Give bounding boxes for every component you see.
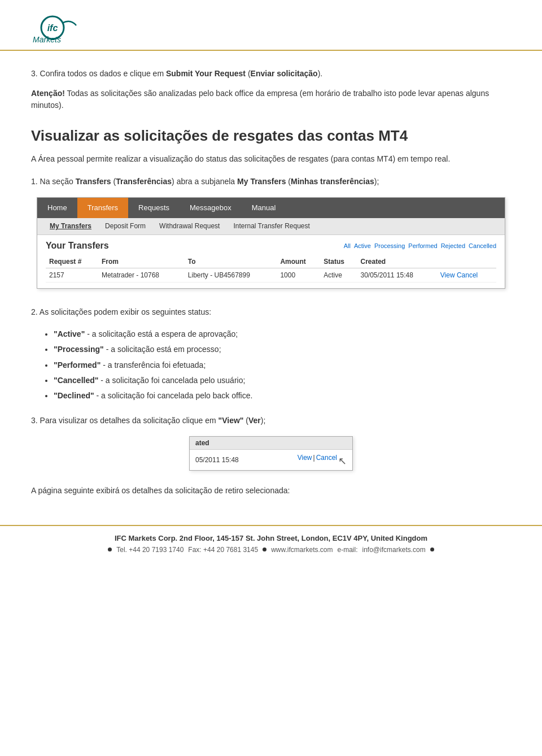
step3-num: 3. xyxy=(31,69,38,78)
step3-mid: ( xyxy=(246,69,251,78)
zoomed-actions: View | Cancel ↖ xyxy=(298,454,347,466)
footer-email: info@ifcmarkets.com xyxy=(362,546,426,554)
dot2 xyxy=(263,548,266,551)
footer-email-label: e-mail: xyxy=(338,546,358,554)
cell-status: Active xyxy=(320,268,357,282)
col-status: Status xyxy=(320,255,357,268)
sub-nav-withdrawal-request[interactable]: Withdrawal Request xyxy=(152,218,226,234)
sub-nav-internal-transfer[interactable]: Internal Transfer Request xyxy=(226,218,316,234)
step3b-num: 3. xyxy=(31,416,38,425)
status-list: "Active" - a solicitação está a espera d… xyxy=(31,327,511,403)
sub-nav: My Transfers Deposit Form Withdrawal Req… xyxy=(37,218,505,235)
step3-end: ). xyxy=(318,69,323,78)
footer-tel: Tel. +44 20 7193 1740 xyxy=(116,546,183,554)
filter-rejected[interactable]: Rejected xyxy=(441,242,465,249)
your-transfers-header: Your Transfers All Active Processing Per… xyxy=(46,241,496,251)
nav-requests[interactable]: Requests xyxy=(128,198,180,218)
filter-all[interactable]: All xyxy=(344,242,351,249)
final-note: A página seguinte exibirá os detalhes da… xyxy=(31,484,511,497)
cell-to: Liberty - UB4567899 xyxy=(185,268,277,282)
action-cancel[interactable]: Cancel xyxy=(457,271,478,279)
step2-num: 2. xyxy=(31,307,38,316)
zoomed-date: 05/2011 15:48 xyxy=(195,456,239,464)
step3b-bold1: "View" xyxy=(218,416,244,425)
status-list-section: 2. As solicitações podem exibir os segui… xyxy=(31,306,511,403)
col-actions xyxy=(437,255,496,268)
nav-manual[interactable]: Manual xyxy=(242,198,286,218)
cell-from: Metatrader - 10768 xyxy=(98,268,185,282)
transfers-table: Request # From To Amount Status Created … xyxy=(46,255,496,283)
step2-text: As solicitações podem exibir os seguinte… xyxy=(40,307,211,316)
header: ifc Markets xyxy=(0,0,542,51)
footer-fax: Fax: +44 20 7681 3145 xyxy=(188,546,258,554)
attention-block: Atenção! Todas as solicitações são anali… xyxy=(31,88,511,111)
cell-request: 2157 xyxy=(46,268,98,282)
step3-bold2: Enviar solicitação xyxy=(251,69,318,78)
col-to: To xyxy=(185,255,277,268)
nav-messagebox[interactable]: Messagebox xyxy=(180,198,242,218)
footer-corp-bold: IFC Markets Corp. 2nd Floor, 145-157 St.… xyxy=(115,534,427,542)
zoomed-view-link[interactable]: View xyxy=(298,454,312,466)
filter-active[interactable]: Active xyxy=(354,242,371,249)
dot3 xyxy=(430,548,434,551)
filter-links: All Active Processing Performed Rejected… xyxy=(344,242,496,249)
footer-contact: Tel. +44 20 7193 1740 Fax: +44 20 7681 3… xyxy=(31,546,511,554)
cell-amount: 1000 xyxy=(277,268,320,282)
col-request: Request # xyxy=(46,255,98,268)
table-area: Your Transfers All Active Processing Per… xyxy=(37,235,505,288)
svg-text:Markets: Markets xyxy=(33,35,61,44)
svg-text:ifc: ifc xyxy=(47,23,58,33)
step3-bold1: Submit Your Request xyxy=(166,69,246,78)
list-item-active: "Active" - a solicitação está a espera d… xyxy=(54,327,511,341)
step3b: 3. Para visulizar os detalhes da solicit… xyxy=(31,414,511,427)
logo-svg: ifc Markets xyxy=(31,13,104,47)
sub-nav-my-transfers[interactable]: My Transfers xyxy=(43,218,98,234)
your-transfers-title: Your Transfers xyxy=(46,241,109,251)
ui-panel: Home Transfers Requests Messagebox Manua… xyxy=(37,197,505,289)
zoomed-panel: ated 05/2011 15:48 View | Cancel ↖ xyxy=(189,436,353,471)
cursor-icon: ↖ xyxy=(338,455,347,467)
col-amount: Amount xyxy=(277,255,320,268)
step3b-text: Para visulizar os detalhes da solicitaçã… xyxy=(40,416,218,425)
section-heading: Visualizar as solicitações de resgates d… xyxy=(31,127,511,145)
list-item-processing: "Processing" - a solicitação está em pro… xyxy=(54,342,511,357)
filter-processing[interactable]: Processing xyxy=(374,242,405,249)
step3b-bold2: Ver xyxy=(248,416,261,425)
nav-transfers[interactable]: Transfers xyxy=(77,198,128,218)
cell-created: 30/05/2011 15:48 xyxy=(357,268,436,282)
sub-step-1: 1. Na seção Transfers (Transferências) a… xyxy=(31,175,511,188)
sub-step1-bold1: Transfers xyxy=(76,177,111,186)
footer: IFC Markets Corp. 2nd Floor, 145-157 St.… xyxy=(0,525,542,562)
table-row: 2157 Metatrader - 10768 Liberty - UB4567… xyxy=(46,268,496,282)
zoomed-panel-row: 05/2011 15:48 View | Cancel ↖ xyxy=(190,450,352,470)
filter-cancelled[interactable]: Cancelled xyxy=(469,242,496,249)
step2-header: 2. As solicitações podem exibir os segui… xyxy=(31,306,511,318)
col-from: From xyxy=(98,255,185,268)
logo: ifc Markets xyxy=(31,13,104,47)
zoomed-cancel-link[interactable]: Cancel xyxy=(316,454,337,466)
col-created: Created xyxy=(357,255,436,268)
list-item-declined: "Declined" - a solicitação foi cancelada… xyxy=(54,389,511,403)
zoomed-panel-header: ated xyxy=(190,437,352,450)
nav-bar: Home Transfers Requests Messagebox Manua… xyxy=(37,198,505,218)
footer-website: www.ifcmarkets.com xyxy=(271,546,333,554)
table-header-row: Request # From To Amount Status Created xyxy=(46,255,496,268)
filter-performed[interactable]: Performed xyxy=(408,242,437,249)
attention-label: Atenção! xyxy=(31,89,65,98)
list-item-cancelled: "Cancelled" - a solicitação foi cancelad… xyxy=(54,373,511,388)
cell-actions: View Cancel xyxy=(437,268,496,282)
sub-nav-deposit-form[interactable]: Deposit Form xyxy=(98,218,152,234)
list-item-performed: "Performed" - a transferência foi efetua… xyxy=(54,358,511,372)
nav-home[interactable]: Home xyxy=(37,198,77,218)
sub-step1-text: Na seção xyxy=(40,177,76,186)
sub-step1-num: 1. xyxy=(31,177,38,186)
step3-line: 3. Confira todos os dados e clique em Su… xyxy=(31,68,511,80)
footer-corp: IFC Markets Corp. 2nd Floor, 145-157 St.… xyxy=(31,534,511,542)
action-view[interactable]: View xyxy=(440,271,455,279)
dot1 xyxy=(108,548,112,551)
main-content: 3. Confira todos os dados e clique em Su… xyxy=(0,51,542,525)
step3-text: Confira todos os dados e clique em xyxy=(40,69,166,78)
section-desc: A Área pessoal permite realizar a visual… xyxy=(31,153,511,165)
attention-text: Todas as solicitações são analizadas pel… xyxy=(31,89,489,110)
